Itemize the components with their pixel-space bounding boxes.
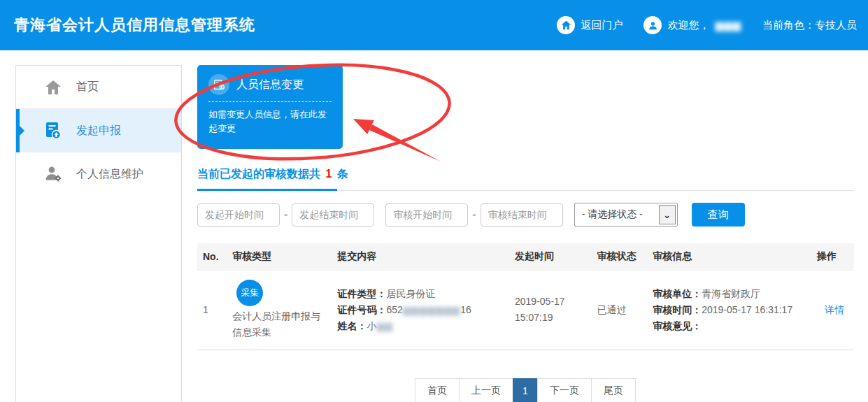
- person-name-prefix: 小: [367, 320, 376, 331]
- section-underline: [197, 189, 854, 191]
- card-divider: [208, 101, 332, 102]
- welcome-prefix: 欢迎您，: [667, 19, 709, 32]
- query-button[interactable]: 查询: [692, 203, 745, 227]
- main-content: 人员信息变更 如需变更人员信息，请在此发起变更 当前已发起的审核数据共 1 条 …: [197, 65, 854, 402]
- masked-user-name: ▆▆▆: [715, 19, 741, 31]
- col-operation: 操作: [811, 243, 854, 270]
- detail-link[interactable]: 详情: [825, 304, 844, 315]
- home-circle-icon: [557, 16, 575, 34]
- row-review-info: 审核单位：青海省财政厅 审核时间：2019-05-17 16:31:17 审核意…: [647, 270, 811, 350]
- table-header-row: No. 审核类型 提交内容 发起时间 审核状态 审核信息 操作: [197, 243, 854, 270]
- header-right: 返回门户 欢迎您，▆▆▆ 当前角色：专技人员: [557, 16, 857, 34]
- welcome-user[interactable]: 欢迎您，▆▆▆: [643, 16, 741, 34]
- current-role-label: 当前角色：专技人员: [762, 19, 857, 32]
- row-review-status: 已通过: [591, 270, 647, 350]
- user-circle-icon: [643, 16, 662, 34]
- row-review-type: 采集 会计人员注册申报与信息采集: [227, 270, 332, 350]
- col-submitted-content: 提交内容: [332, 243, 509, 270]
- card-header: 人员信息变更: [208, 74, 332, 95]
- review-opinion-label: 审核意见：: [653, 320, 702, 331]
- document-gear-icon: [208, 74, 229, 95]
- heading-suffix: 条: [337, 168, 348, 180]
- sidebar-item-declare[interactable]: 发起申报: [16, 109, 181, 152]
- sidebar-item-label: 个人信息维护: [76, 167, 143, 182]
- pagination-first[interactable]: 首页: [415, 378, 460, 402]
- pagination-page-1[interactable]: 1: [513, 378, 538, 402]
- chevron-down-icon: ⌄: [659, 205, 676, 224]
- section-heading: 当前已发起的审核数据共 1 条: [197, 167, 854, 182]
- initiate-end-date-input[interactable]: [292, 203, 374, 227]
- col-review-type: 审核类型: [227, 243, 332, 270]
- col-review-status: 审核状态: [591, 243, 647, 270]
- sidebar-nav: 首页 发起申报 个人信息维护: [15, 65, 182, 402]
- card-area: 人员信息变更 如需变更人员信息，请在此发起变更: [197, 65, 343, 149]
- personnel-change-card[interactable]: 人员信息变更 如需变更人员信息，请在此发起变更: [197, 65, 343, 149]
- sidebar-item-label: 首页: [76, 80, 99, 94]
- status-select[interactable]: - 请选择状态 - ⌄: [574, 203, 678, 227]
- initiate-start-date-input[interactable]: [197, 203, 280, 227]
- card-description: 如需变更人员信息，请在此发起变更: [208, 108, 332, 136]
- red-arrow-shaft: [369, 124, 441, 161]
- review-type-text: 会计人员注册申报与信息采集: [232, 308, 326, 340]
- home-icon: [44, 80, 62, 95]
- pagination: 首页 上一页 1 下一页 尾页: [197, 378, 854, 402]
- col-initiated-time: 发起时间: [509, 243, 591, 270]
- top-header: 青海省会计人员信用信息管理系统 返回门户 欢迎您，▆▆▆ 当前角色：专技人员: [0, 0, 868, 50]
- red-arrow-head: [353, 119, 374, 134]
- pagination-next[interactable]: 下一页: [537, 378, 592, 402]
- app-window: 青海省会计人员信用信息管理系统 返回门户 欢迎您，▆▆▆ 当前角色：专技人员: [0, 0, 868, 402]
- date-range-dash: -: [280, 208, 292, 221]
- pagination-last[interactable]: 尾页: [591, 378, 636, 402]
- sidebar-item-profile[interactable]: 个人信息维护: [16, 152, 181, 196]
- doc-type-label: 证件类型：: [337, 288, 386, 299]
- card-title: 人员信息变更: [236, 78, 304, 92]
- pagination-prev[interactable]: 上一页: [459, 378, 513, 402]
- doc-no-suffix: 16: [460, 304, 471, 315]
- doc-no-prefix: 652: [386, 304, 402, 315]
- doc-type-value: 居民身份证: [386, 288, 435, 299]
- review-unit-value: 青海省财政厅: [702, 288, 760, 299]
- row-submitted-content: 证件类型：居民身份证 证件号码：652▆▆▆▆▆▆▆16 姓名：小▆▆: [332, 270, 509, 350]
- return-portal-label: 返回门户: [581, 19, 622, 32]
- return-portal-link[interactable]: 返回门户: [557, 16, 622, 34]
- review-start-date-input[interactable]: [385, 203, 468, 227]
- heading-prefix: 当前已发起的审核数据共: [197, 168, 320, 180]
- review-data-table: No. 审核类型 提交内容 发起时间 审核状态 审核信息 操作 1 采集 会计人…: [197, 243, 854, 350]
- doc-no-label: 证件号码：: [337, 304, 386, 315]
- review-time-label: 审核时间：: [653, 304, 702, 315]
- row-initiated-time: 2019-05-17 15:07:19: [509, 270, 591, 350]
- filter-bar: - - - 请选择状态 - ⌄ 查询: [197, 203, 854, 227]
- col-no: No.: [197, 243, 227, 270]
- date-range-dash: -: [468, 208, 480, 221]
- review-end-date-input[interactable]: [481, 203, 563, 227]
- person-name-label: 姓名：: [337, 320, 367, 331]
- profile-maintenance-icon: [44, 166, 62, 182]
- masked-doc-no: ▆▆▆▆▆▆▆: [403, 304, 460, 315]
- col-review-info: 审核信息: [647, 243, 811, 270]
- sidebar-item-home[interactable]: 首页: [16, 66, 181, 109]
- declare-icon: [44, 122, 62, 140]
- row-no: 1: [197, 270, 227, 350]
- review-unit-label: 审核单位：: [653, 288, 702, 299]
- app-title: 青海省会计人员信用信息管理系统: [14, 15, 255, 36]
- collect-badge: 采集: [236, 280, 263, 306]
- masked-person-name: ▆▆: [376, 320, 393, 331]
- sidebar-item-label: 发起申报: [76, 124, 121, 138]
- record-count: 1: [323, 168, 334, 180]
- table-row: 1 采集 会计人员注册申报与信息采集 证件类型：居民身份证 证件号码：652▆▆…: [197, 270, 854, 350]
- review-time-value: 2019-05-17 16:31:17: [702, 304, 792, 315]
- status-select-value: - 请选择状态 -: [582, 208, 643, 221]
